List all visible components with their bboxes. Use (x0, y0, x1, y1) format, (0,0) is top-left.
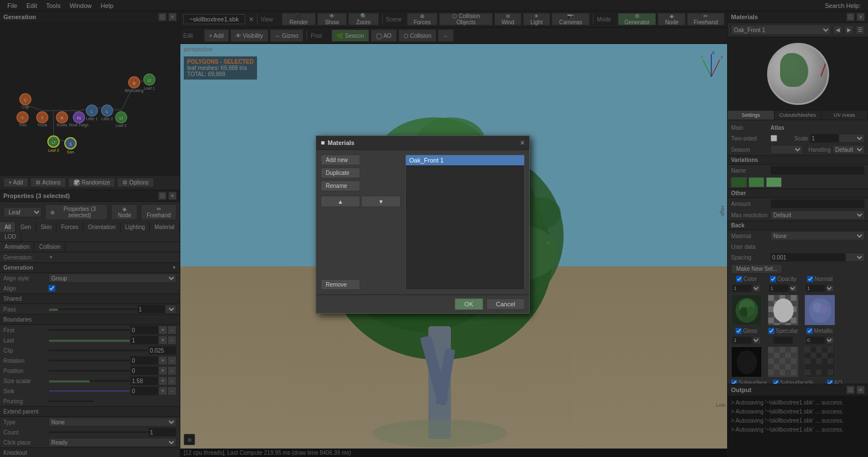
dialog-title: ■ Materials (321, 139, 355, 147)
dialog-footer: OK Cancel (316, 295, 529, 313)
rename-btn[interactable]: Rename (321, 181, 360, 191)
duplicate-btn[interactable]: Duplicate (321, 168, 360, 178)
dialog-overlay[interactable]: ■ Materials × Add new Duplicate Rename ▲… (0, 0, 868, 457)
dialog-close-btn[interactable]: × (520, 139, 525, 147)
cancel-btn[interactable]: Cancel (486, 298, 525, 310)
dialog-arrow-buttons: ▲ ▼ (321, 196, 401, 207)
dialog-body: Add new Duplicate Rename ▲ ▼ Remove Oak_… (316, 150, 529, 295)
remove-btn[interactable]: Remove (321, 279, 360, 290)
add-new-btn[interactable]: Add new (321, 155, 360, 165)
materials-dialog: ■ Materials × Add new Duplicate Rename ▲… (316, 135, 530, 314)
materials-list-item-1[interactable]: Oak_Front 1 (406, 155, 524, 165)
move-up-btn[interactable]: ▲ (321, 196, 360, 207)
dialog-titlebar: ■ Materials × (316, 136, 529, 150)
move-down-btn[interactable]: ▼ (361, 196, 401, 207)
dialog-sidebar: Add new Duplicate Rename ▲ ▼ Remove (321, 155, 401, 290)
ok-btn[interactable]: OK (455, 298, 483, 310)
materials-list[interactable]: Oak_Front 1 (405, 155, 525, 290)
